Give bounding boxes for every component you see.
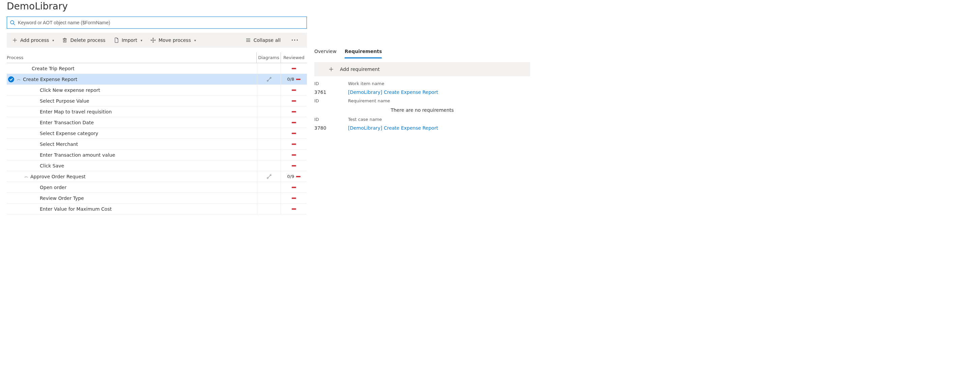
diagrams-cell xyxy=(257,85,281,95)
requirements-toolbar: Add requirement xyxy=(314,62,530,76)
svg-line-20 xyxy=(268,175,270,177)
table-row[interactable]: Click New expense report xyxy=(7,85,307,96)
process-label: Select Merchant xyxy=(40,141,78,147)
diagrams-cell[interactable] xyxy=(257,74,281,85)
status-not-reviewed-icon xyxy=(292,111,296,112)
reviewed-cell xyxy=(281,204,307,214)
id-label: ID xyxy=(314,98,348,103)
diagrams-cell xyxy=(257,96,281,106)
reviewed-cell xyxy=(281,150,307,160)
col-reviewed-header[interactable]: Reviewed xyxy=(281,52,307,63)
add-process-button[interactable]: Add process ▾ xyxy=(12,37,54,43)
diagrams-cell xyxy=(257,63,281,74)
reviewed-cell: 0/9 xyxy=(281,171,307,182)
requirement-name-label: Requirement name xyxy=(348,98,530,103)
reviewed-cell xyxy=(281,117,307,128)
search-container[interactable] xyxy=(7,16,307,29)
status-not-reviewed-icon xyxy=(292,68,296,69)
delete-process-label: Delete process xyxy=(70,37,105,43)
process-label: Click New expense report xyxy=(40,88,100,93)
process-label: Approve Order Request xyxy=(30,174,86,179)
collapse-all-button[interactable]: Collapse all xyxy=(245,37,281,43)
status-not-reviewed-icon xyxy=(292,208,296,210)
plus-icon xyxy=(328,67,334,72)
testcase-link[interactable]: [DemoLibrary] Create Expense Report xyxy=(348,125,438,131)
detail-tabs: Overview Requirements xyxy=(314,47,980,59)
reviewed-cell xyxy=(281,160,307,171)
diagram-icon xyxy=(267,77,272,82)
chevron-up-icon[interactable]: ︿ xyxy=(24,174,28,179)
trash-icon xyxy=(62,37,67,43)
delete-process-button[interactable]: Delete process xyxy=(62,37,105,43)
more-actions-button[interactable]: ··· xyxy=(289,37,301,43)
import-button[interactable]: Import ▾ xyxy=(114,37,143,43)
add-requirement-label: Add requirement xyxy=(340,67,380,72)
diagrams-cell xyxy=(257,182,281,192)
svg-point-0 xyxy=(10,21,14,24)
details-table: ID Work item name 3761 [DemoLibrary] Cre… xyxy=(314,79,530,132)
tab-requirements[interactable]: Requirements xyxy=(345,47,382,58)
chevron-up-icon[interactable]: ︿ xyxy=(17,76,21,82)
id-label: ID xyxy=(314,81,348,86)
no-requirements-text: There are no requirements xyxy=(314,105,530,115)
plus-icon xyxy=(12,37,18,43)
work-item-header: ID Work item name xyxy=(314,79,530,88)
list-icon xyxy=(245,37,251,43)
col-process-header[interactable]: Process xyxy=(7,52,256,63)
import-label: Import xyxy=(122,37,137,43)
diagrams-cell[interactable] xyxy=(257,171,281,182)
status-not-reviewed-icon xyxy=(296,79,301,80)
svg-point-16 xyxy=(270,77,271,78)
move-process-button[interactable]: Move process ▾ xyxy=(150,37,196,43)
reviewed-cell: 0/8 xyxy=(281,74,307,85)
status-not-reviewed-icon xyxy=(292,198,296,199)
move-icon xyxy=(150,37,156,43)
table-row[interactable]: Click Save xyxy=(7,160,307,171)
status-not-reviewed-icon xyxy=(296,176,301,177)
process-label: Select Expense category xyxy=(40,131,98,136)
process-label: Enter Value for Maximum Cost xyxy=(40,206,111,212)
table-row[interactable]: Select Merchant xyxy=(7,139,307,150)
svg-point-15 xyxy=(267,80,268,82)
search-icon xyxy=(10,20,15,25)
process-label: Review Order Type xyxy=(40,195,84,201)
diagrams-cell xyxy=(257,128,281,138)
table-row[interactable]: Select Expense category xyxy=(7,128,307,139)
process-label: Click Save xyxy=(40,163,64,168)
svg-line-17 xyxy=(268,78,270,80)
table-row[interactable]: ︿Approve Order Request0/9 xyxy=(7,171,307,182)
chevron-down-icon: ▾ xyxy=(194,38,196,42)
process-label: Open order xyxy=(40,185,67,190)
add-requirement-button[interactable]: Add requirement xyxy=(328,67,380,72)
page-title: DemoLibrary xyxy=(7,1,307,12)
svg-point-14 xyxy=(8,76,14,82)
table-row[interactable]: Enter Map to travel requisition xyxy=(7,106,307,117)
diagram-icon xyxy=(267,174,272,179)
move-process-label: Move process xyxy=(159,37,191,43)
requirement-header: ID Requirement name xyxy=(314,96,530,105)
tab-overview[interactable]: Overview xyxy=(314,47,337,58)
table-row[interactable]: ︿Create Expense Report0/8 xyxy=(7,74,307,85)
testcase-row: 3780 [DemoLibrary] Create Expense Report xyxy=(314,124,530,132)
status-not-reviewed-icon xyxy=(292,90,296,91)
work-item-link[interactable]: [DemoLibrary] Create Expense Report xyxy=(348,90,438,95)
table-row[interactable]: Select Purpose Value xyxy=(7,96,307,106)
svg-point-18 xyxy=(267,177,268,179)
search-input[interactable] xyxy=(18,20,304,25)
toolbar: Add process ▾ Delete process Import ▾ xyxy=(7,33,307,48)
col-diagrams-header[interactable]: Diagrams xyxy=(256,52,281,63)
process-label: Enter Transaction amount value xyxy=(40,152,115,158)
table-row[interactable]: Enter Transaction Date xyxy=(7,117,307,128)
table-row[interactable]: Enter Transaction amount value xyxy=(7,150,307,160)
check-icon xyxy=(8,76,14,82)
reviewed-cell xyxy=(281,106,307,117)
svg-point-19 xyxy=(270,174,271,176)
table-row[interactable]: Review Order Type xyxy=(7,193,307,204)
add-process-label: Add process xyxy=(20,37,49,43)
table-row[interactable]: Enter Value for Maximum Cost xyxy=(7,204,307,214)
collapse-all-label: Collapse all xyxy=(254,37,281,43)
status-not-reviewed-icon xyxy=(292,100,296,102)
svg-rect-4 xyxy=(64,39,66,42)
table-row[interactable]: Open order xyxy=(7,182,307,193)
table-row[interactable]: Create Trip Report xyxy=(7,63,307,74)
